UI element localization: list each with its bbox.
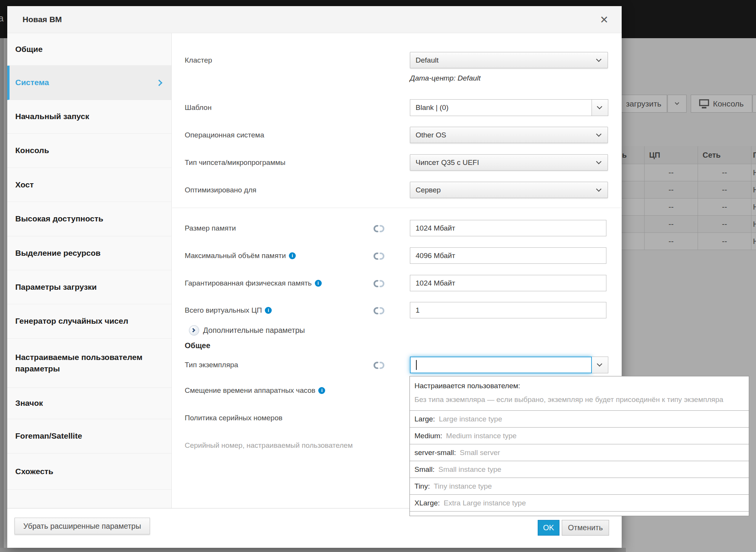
cluster-select[interactable]: Default — [410, 52, 608, 68]
table-row[interactable]: ----Н — [611, 164, 756, 181]
info-icon[interactable]: i — [265, 307, 272, 314]
template-combobox-input[interactable]: Blank | (0) — [410, 99, 592, 116]
cluster-select-value: Default — [416, 56, 438, 65]
ok-button[interactable]: OK — [538, 520, 559, 536]
instance-type-dropdown-button[interactable] — [592, 357, 608, 373]
chipset-select[interactable]: Чипсет Q35 с UEFI — [410, 154, 608, 171]
dialog-sidebar: ОбщиеСистемаНачальный запускКонсольХостВ… — [7, 33, 172, 508]
option-description: Tiny instance type — [434, 482, 492, 491]
option-description: Small server — [460, 449, 500, 457]
dropdown-group-description[interactable]: Без типа экземпляра — если выбрано, экзе… — [410, 392, 749, 411]
console-button[interactable]: Консоль — [691, 95, 752, 113]
sidebar-item-section-4[interactable]: Хост — [7, 168, 171, 202]
table-cell: Н — [751, 164, 756, 181]
info-icon[interactable]: i — [289, 252, 296, 259]
sidebar-item-label: Выделение ресурсов — [15, 247, 101, 259]
brand-text-fragment: a — [0, 13, 3, 24]
cancel-button[interactable]: Отменить — [562, 520, 609, 536]
new-vm-dialog: Новая ВМ ✕ ОбщиеСистемаНачальный запускК… — [7, 6, 622, 548]
memory-size-input[interactable]: 1024 Мбайт — [410, 220, 606, 236]
table-row[interactable]: ----Н — [611, 216, 756, 233]
sidebar-item-label: Высокая доступность — [15, 213, 103, 224]
console-menu-button[interactable] — [753, 95, 756, 113]
instance-type-option[interactable]: Tiny:Tiny instance type — [410, 478, 749, 495]
sidebar-item-foreman-satellite[interactable]: Foreman/Satellite — [7, 419, 171, 454]
instance-type-option[interactable]: server-small:Small server — [410, 444, 749, 461]
link-fields-icon[interactable] — [372, 307, 385, 315]
section-divider — [172, 208, 622, 208]
sidebar-item-section-12[interactable]: Схожесть — [7, 454, 171, 490]
table-cell: -- — [644, 199, 698, 216]
sidebar-item-section-9[interactable]: Настраиваемые пользователем параметры — [7, 339, 171, 388]
link-fields-icon[interactable] — [372, 361, 385, 370]
sidebar-item-section-5[interactable]: Высокая доступность — [7, 202, 171, 236]
advanced-parameters-toggle[interactable]: Дополнительные параметры — [189, 325, 305, 336]
sidebar-item-section-0[interactable]: Общие — [7, 33, 171, 66]
info-icon[interactable]: i — [315, 280, 322, 287]
instance-type-option[interactable]: Medium:Medium instance type — [410, 428, 749, 444]
table-row[interactable]: ----Н — [611, 199, 756, 216]
hide-advanced-options-button[interactable]: Убрать расширенные параметры — [15, 518, 150, 534]
option-name: XLarge: — [414, 499, 440, 507]
chevron-down-icon — [596, 131, 601, 137]
os-select-value: Other OS — [416, 131, 446, 139]
serial-number-policy-label: Политика серийных номеров — [185, 410, 282, 426]
table-cell: Н — [751, 199, 756, 216]
close-icon[interactable]: ✕ — [597, 13, 611, 27]
vm-table: ьЦПСетьГ----Н----Н----Н----Н----Н — [611, 146, 756, 250]
sidebar-item-section-7[interactable]: Параметры загрузки — [7, 270, 171, 304]
template-dropdown-button[interactable] — [592, 99, 608, 116]
template-label: Шаблон — [185, 99, 211, 116]
link-fields-icon[interactable] — [372, 279, 385, 288]
info-icon[interactable]: i — [318, 387, 325, 394]
link-fields-icon[interactable] — [372, 224, 385, 233]
template-value: Blank | (0) — [416, 103, 448, 112]
table-row[interactable]: ----Н — [611, 233, 756, 250]
vcpus-value: 1 — [416, 306, 420, 315]
max-memory-input[interactable]: 4096 Мбайт — [410, 247, 606, 264]
column-header: Сеть — [698, 146, 751, 164]
table-cell: -- — [698, 181, 751, 199]
instance-type-option[interactable]: Small:Small instance type — [410, 461, 749, 478]
cluster-label: Кластер — [185, 52, 212, 69]
general-group-heading: Общее — [185, 341, 210, 350]
table-header-row: ьЦПСетьГ — [611, 146, 756, 164]
vcpus-input[interactable]: 1 — [410, 302, 606, 318]
expand-chevron-icon — [189, 325, 199, 336]
monitor-icon — [699, 99, 709, 106]
sidebar-item-section-2[interactable]: Начальный запуск — [7, 100, 171, 134]
dropdown-group-header[interactable]: Настраивается пользователем: — [410, 379, 749, 392]
table-row[interactable]: ----Н — [611, 181, 756, 199]
option-description: Extra Large instance type — [444, 499, 526, 507]
instance-type-dropdown-list: Настраивается пользователем: Без типа эк… — [409, 376, 749, 516]
optimized-for-select[interactable]: Сервер — [410, 182, 608, 198]
hw-clock-offset-label: Смещение времени аппаратных часов i — [185, 382, 325, 399]
link-fields-icon[interactable] — [372, 252, 385, 260]
sidebar-item-section-8[interactable]: Генератор случайных чисел — [7, 304, 171, 339]
option-name: Large: — [414, 415, 435, 423]
vcpus-label: Всего виртуальных ЦП i — [185, 302, 272, 319]
instance-type-option[interactable]: XLarge:Extra Large instance type — [410, 495, 749, 512]
max-memory-value: 4096 Мбайт — [416, 252, 455, 260]
dialog-header: Новая ВМ ✕ — [7, 6, 622, 33]
os-select[interactable]: Other OS — [410, 127, 608, 143]
sidebar-item-section-6[interactable]: Выделение ресурсов — [7, 236, 171, 270]
dialog-title: Новая ВМ — [7, 15, 62, 24]
table-cell: -- — [644, 216, 698, 233]
sidebar-item-label: Параметры загрузки — [15, 281, 97, 293]
option-name: Medium: — [414, 432, 442, 440]
sidebar-item-section-10[interactable]: Значок — [7, 388, 171, 419]
guaranteed-memory-input[interactable]: 1024 Мбайт — [410, 275, 606, 291]
restart-button-label: загрузить — [626, 99, 661, 108]
chipset-select-value: Чипсет Q35 с UEFI — [416, 158, 479, 167]
instance-type-input[interactable] — [410, 357, 592, 373]
advanced-parameters-label: Дополнительные параметры — [203, 326, 305, 335]
sidebar-item-section-1[interactable]: Система — [7, 66, 171, 100]
restart-menu-button[interactable] — [667, 95, 687, 113]
table-cell: Н — [751, 181, 756, 199]
optimized-for-select-value: Сервер — [416, 186, 441, 194]
sidebar-item-section-3[interactable]: Консоль — [7, 134, 171, 168]
instance-type-option[interactable]: Large:Large instance type — [410, 411, 749, 428]
table-cell: -- — [698, 216, 751, 233]
sidebar-item-label: Генератор случайных чисел — [15, 315, 128, 327]
